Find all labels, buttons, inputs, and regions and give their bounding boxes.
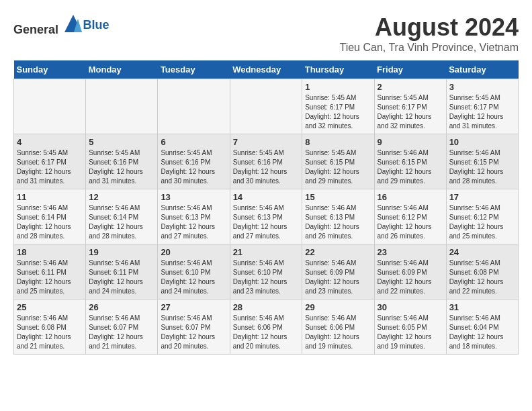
day-of-week-saturday: Saturday (446, 60, 518, 79)
day-info: Sunrise: 5:46 AM Sunset: 6:13 PM Dayligh… (305, 203, 371, 241)
day-of-week-sunday: Sunday (14, 60, 86, 79)
calendar-cell: 18Sunrise: 5:46 AM Sunset: 6:11 PM Dayli… (14, 244, 86, 300)
calendar-week-5: 25Sunrise: 5:46 AM Sunset: 6:08 PM Dayli… (14, 300, 519, 355)
day-info: Sunrise: 5:46 AM Sunset: 6:09 PM Dayligh… (305, 259, 371, 296)
day-number: 19 (89, 247, 154, 257)
day-info: Sunrise: 5:46 AM Sunset: 6:08 PM Dayligh… (449, 259, 515, 296)
day-number: 20 (161, 247, 226, 257)
day-info: Sunrise: 5:46 AM Sunset: 6:09 PM Dayligh… (378, 259, 443, 296)
day-info: Sunrise: 5:45 AM Sunset: 6:16 PM Dayligh… (89, 148, 154, 186)
calendar-cell: 5Sunrise: 5:45 AM Sunset: 6:16 PM Daylig… (86, 134, 158, 189)
calendar-cell: 25Sunrise: 5:46 AM Sunset: 6:08 PM Dayli… (14, 300, 86, 355)
day-info: Sunrise: 5:46 AM Sunset: 6:04 PM Dayligh… (449, 314, 515, 351)
calendar-week-4: 18Sunrise: 5:46 AM Sunset: 6:11 PM Dayli… (14, 244, 519, 300)
day-info: Sunrise: 5:46 AM Sunset: 6:12 PM Dayligh… (378, 203, 443, 241)
day-number: 18 (17, 247, 83, 257)
subtitle: Tieu Can, Tra Vinh Province, Vietnam (339, 42, 519, 54)
day-number: 4 (17, 137, 83, 147)
calendar-cell: 9Sunrise: 5:46 AM Sunset: 6:15 PM Daylig… (374, 134, 446, 189)
day-number: 11 (17, 192, 83, 202)
calendar-cell: 21Sunrise: 5:46 AM Sunset: 6:10 PM Dayli… (230, 244, 302, 300)
calendar-cell: 8Sunrise: 5:45 AM Sunset: 6:15 PM Daylig… (302, 134, 374, 189)
day-number: 9 (378, 137, 443, 147)
calendar-cell: 4Sunrise: 5:45 AM Sunset: 6:17 PM Daylig… (14, 134, 86, 189)
day-number: 10 (449, 137, 515, 147)
calendar-cell: 27Sunrise: 5:46 AM Sunset: 6:07 PM Dayli… (158, 300, 230, 355)
calendar-cell: 24Sunrise: 5:46 AM Sunset: 6:08 PM Dayli… (446, 244, 518, 300)
day-number: 27 (161, 302, 226, 312)
day-number: 26 (89, 302, 154, 312)
day-number: 7 (233, 137, 300, 147)
day-number: 8 (305, 137, 371, 147)
calendar-cell (230, 79, 302, 134)
calendar-cell: 10Sunrise: 5:46 AM Sunset: 6:15 PM Dayli… (446, 134, 518, 189)
logo-icon (63, 13, 83, 34)
day-info: Sunrise: 5:46 AM Sunset: 6:13 PM Dayligh… (233, 203, 300, 241)
calendar-week-2: 4Sunrise: 5:45 AM Sunset: 6:17 PM Daylig… (14, 134, 519, 189)
day-info: Sunrise: 5:46 AM Sunset: 6:13 PM Dayligh… (161, 203, 226, 241)
day-number: 1 (305, 82, 371, 92)
day-of-week-tuesday: Tuesday (158, 60, 230, 79)
calendar-cell (158, 79, 230, 134)
calendar-cell: 2Sunrise: 5:45 AM Sunset: 6:17 PM Daylig… (374, 79, 446, 134)
day-number: 21 (233, 247, 300, 257)
day-of-week-friday: Friday (374, 60, 446, 79)
calendar-cell: 12Sunrise: 5:46 AM Sunset: 6:14 PM Dayli… (86, 189, 158, 244)
calendar-cell: 7Sunrise: 5:45 AM Sunset: 6:16 PM Daylig… (230, 134, 302, 189)
day-info: Sunrise: 5:45 AM Sunset: 6:17 PM Dayligh… (378, 93, 443, 131)
calendar-cell (14, 79, 86, 134)
main-title: August 2024 (339, 13, 519, 42)
day-info: Sunrise: 5:45 AM Sunset: 6:16 PM Dayligh… (161, 148, 226, 186)
calendar-cell (86, 79, 158, 134)
day-info: Sunrise: 5:46 AM Sunset: 6:07 PM Dayligh… (89, 314, 154, 351)
calendar-cell: 11Sunrise: 5:46 AM Sunset: 6:14 PM Dayli… (14, 189, 86, 244)
day-info: Sunrise: 5:46 AM Sunset: 6:06 PM Dayligh… (233, 314, 300, 351)
calendar-cell: 14Sunrise: 5:46 AM Sunset: 6:13 PM Dayli… (230, 189, 302, 244)
day-info: Sunrise: 5:46 AM Sunset: 6:15 PM Dayligh… (449, 148, 515, 186)
logo-blue: Blue (83, 18, 109, 32)
day-info: Sunrise: 5:46 AM Sunset: 6:11 PM Dayligh… (89, 259, 154, 296)
day-info: Sunrise: 5:45 AM Sunset: 6:17 PM Dayligh… (449, 93, 515, 131)
day-number: 5 (89, 137, 154, 147)
day-of-week-monday: Monday (86, 60, 158, 79)
title-area: August 2024 Tieu Can, Tra Vinh Province,… (339, 13, 519, 54)
calendar-cell: 15Sunrise: 5:46 AM Sunset: 6:13 PM Dayli… (302, 189, 374, 244)
day-number: 24 (449, 247, 515, 257)
header-row: SundayMondayTuesdayWednesdayThursdayFrid… (14, 60, 519, 79)
calendar-week-3: 11Sunrise: 5:46 AM Sunset: 6:14 PM Dayli… (14, 189, 519, 244)
calendar-cell: 1Sunrise: 5:45 AM Sunset: 6:17 PM Daylig… (302, 79, 374, 134)
day-number: 28 (233, 302, 300, 312)
calendar-cell: 6Sunrise: 5:45 AM Sunset: 6:16 PM Daylig… (158, 134, 230, 189)
day-number: 22 (305, 247, 371, 257)
day-info: Sunrise: 5:46 AM Sunset: 6:15 PM Dayligh… (378, 148, 443, 186)
day-info: Sunrise: 5:46 AM Sunset: 6:08 PM Dayligh… (17, 314, 83, 351)
calendar-body: 1Sunrise: 5:45 AM Sunset: 6:17 PM Daylig… (14, 79, 519, 355)
calendar-cell: 19Sunrise: 5:46 AM Sunset: 6:11 PM Dayli… (86, 244, 158, 300)
day-number: 16 (378, 192, 443, 202)
day-info: Sunrise: 5:46 AM Sunset: 6:14 PM Dayligh… (17, 203, 83, 241)
day-info: Sunrise: 5:46 AM Sunset: 6:11 PM Dayligh… (17, 259, 83, 296)
calendar-cell: 31Sunrise: 5:46 AM Sunset: 6:04 PM Dayli… (446, 300, 518, 355)
day-of-week-wednesday: Wednesday (230, 60, 302, 79)
calendar-cell: 23Sunrise: 5:46 AM Sunset: 6:09 PM Dayli… (374, 244, 446, 300)
calendar-table: SundayMondayTuesdayWednesdayThursdayFrid… (13, 60, 519, 355)
calendar-cell: 13Sunrise: 5:46 AM Sunset: 6:13 PM Dayli… (158, 189, 230, 244)
day-number: 29 (305, 302, 371, 312)
calendar-header: SundayMondayTuesdayWednesdayThursdayFrid… (14, 60, 519, 79)
day-info: Sunrise: 5:45 AM Sunset: 6:16 PM Dayligh… (233, 148, 300, 186)
logo-general: General (13, 23, 58, 36)
calendar-cell: 16Sunrise: 5:46 AM Sunset: 6:12 PM Dayli… (374, 189, 446, 244)
day-info: Sunrise: 5:46 AM Sunset: 6:07 PM Dayligh… (161, 314, 226, 351)
day-info: Sunrise: 5:45 AM Sunset: 6:17 PM Dayligh… (305, 93, 371, 131)
day-number: 25 (17, 302, 83, 312)
header: General Blue August 2024 Tieu Can, Tra V… (13, 13, 519, 54)
calendar-cell: 3Sunrise: 5:45 AM Sunset: 6:17 PM Daylig… (446, 79, 518, 134)
calendar-cell: 20Sunrise: 5:46 AM Sunset: 6:10 PM Dayli… (158, 244, 230, 300)
day-info: Sunrise: 5:46 AM Sunset: 6:05 PM Dayligh… (378, 314, 443, 351)
day-info: Sunrise: 5:46 AM Sunset: 6:14 PM Dayligh… (89, 203, 154, 241)
day-number: 30 (378, 302, 443, 312)
calendar-week-1: 1Sunrise: 5:45 AM Sunset: 6:17 PM Daylig… (14, 79, 519, 134)
day-number: 23 (378, 247, 443, 257)
day-number: 17 (449, 192, 515, 202)
day-number: 14 (233, 192, 300, 202)
